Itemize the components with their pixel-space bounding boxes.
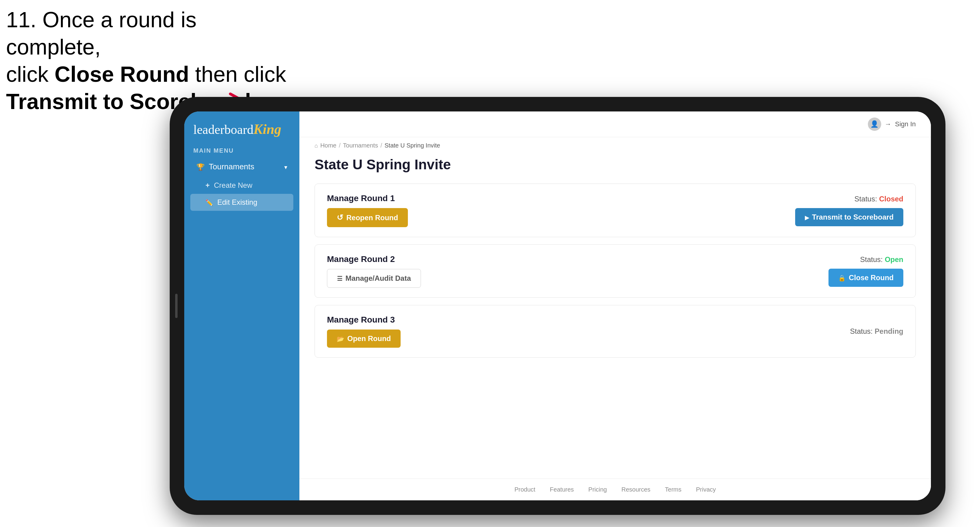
breadcrumb-sep-2: / [380,142,382,149]
breadcrumb: Home / Tournaments / State U Spring Invi… [299,137,931,151]
round-3-card: Manage Round 3 Open Round Status: Pendin… [315,305,916,358]
open-round-button[interactable]: Open Round [327,330,401,348]
logo-king: King [253,121,281,137]
tablet-side-button [175,294,178,318]
instruction-line2: click Close Round then click [6,62,286,86]
edit-icon [205,198,213,206]
manage-audit-data-button[interactable]: Manage/Audit Data [327,269,421,288]
sidebar-main-menu: MAIN MENU Tournaments Create New [184,142,299,213]
create-new-label: Create New [214,181,253,190]
sidebar-item-create-new[interactable]: Create New [190,177,293,194]
round-1-left: Manage Round 1 Reopen Round [327,194,408,227]
user-icon [870,120,878,128]
tablet-shell: leaderboardKing MAIN MENU Tournaments [170,97,945,515]
tournaments-nav-label: Tournaments [209,162,254,171]
breadcrumb-tournaments[interactable]: Tournaments [343,142,378,149]
refresh-icon [337,213,343,222]
round-2-right: Status: Open Close Round [829,255,903,287]
sidebar-item-tournaments[interactable]: Tournaments [190,157,293,177]
footer-privacy[interactable]: Privacy [696,486,716,493]
open-icon [337,334,344,343]
breadcrumb-current: State U Spring Invite [385,142,440,149]
footer-pricing[interactable]: Pricing [589,486,607,493]
round-3-left: Manage Round 3 Open Round [327,315,401,348]
main-menu-label: MAIN MENU [190,147,293,157]
sidebar-item-edit-existing[interactable]: Edit Existing [190,194,293,211]
round-2-left: Manage Round 2 Manage/Audit Data [327,254,421,288]
audit-icon [337,274,342,283]
page-title: State U Spring Invite [315,156,916,173]
round-3-status: Status: Pending [850,327,903,336]
round-1-card: Manage Round 1 Reopen Round Status: Clos… [315,184,916,237]
round-1-right: Status: Closed Transmit to Scoreboard [795,195,903,226]
transmit-to-scoreboard-button[interactable]: Transmit to Scoreboard [795,208,903,226]
page-body: State U Spring Invite Manage Round 1 Reo… [299,151,931,479]
breadcrumb-sep-1: / [339,142,340,149]
round-1-title: Manage Round 1 [327,194,408,203]
avatar [868,117,881,131]
chevron-down-icon [284,162,287,171]
tablet-screen: leaderboardKing MAIN MENU Tournaments [184,111,931,500]
signin-arrow-icon [885,120,891,128]
round-2-title: Manage Round 2 [327,254,421,264]
transmit-icon [805,213,809,221]
footer: Product Features Pricing Resources Terms… [299,479,931,500]
breadcrumb-home[interactable]: Home [320,142,336,149]
logo-text: leaderboardKing [193,122,290,136]
sidebar-logo: leaderboardKing [184,111,299,142]
main-content: Sign In Home / Tournaments / State U Spr… [299,111,931,500]
round-2-status: Status: Open [860,255,903,264]
close-round-button[interactable]: Close Round [829,269,903,287]
footer-product[interactable]: Product [515,486,535,493]
round-1-status-value: Closed [879,195,903,203]
instruction-bold-close: Close Round [54,62,189,86]
top-bar: Sign In [299,111,931,137]
footer-resources[interactable]: Resources [622,486,651,493]
lock-icon [838,273,846,282]
edit-existing-label: Edit Existing [217,198,257,206]
trophy-icon [196,162,205,171]
instruction-plain: click [6,62,54,86]
round-1-status: Status: Closed [854,195,903,203]
instruction-line1: 11. Once a round is complete, [6,8,196,59]
footer-features[interactable]: Features [550,486,574,493]
home-icon [315,142,318,149]
sign-in-label: Sign In [895,120,916,128]
round-2-status-value: Open [885,255,903,264]
round-3-status-value: Pending [875,327,903,335]
app-container: leaderboardKing MAIN MENU Tournaments [184,111,931,500]
round-3-right: Status: Pending [850,327,903,336]
round-3-title: Manage Round 3 [327,315,401,325]
reopen-round-button[interactable]: Reopen Round [327,208,408,227]
sign-in-area[interactable]: Sign In [868,117,916,131]
nav-item-left: Tournaments [196,162,254,171]
logo-leaderboard: leaderboard [193,123,253,137]
instruction-end: then click [189,62,286,86]
plus-icon [205,181,210,190]
sidebar: leaderboardKing MAIN MENU Tournaments [184,111,299,500]
round-2-card: Manage Round 2 Manage/Audit Data Status:… [315,244,916,298]
footer-terms[interactable]: Terms [665,486,681,493]
